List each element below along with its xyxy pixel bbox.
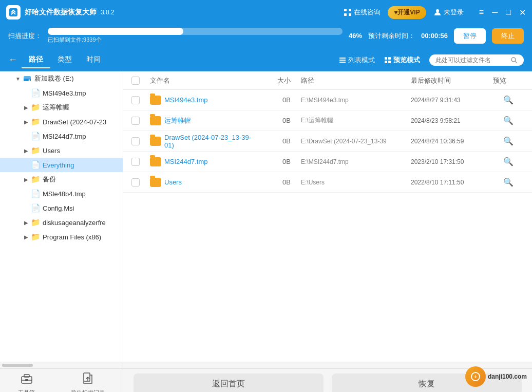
row-path: E:\运筹帷幄: [301, 116, 411, 125]
close-btn[interactable]: ✕: [519, 8, 526, 17]
tab-type[interactable]: 类型: [50, 52, 79, 68]
row-check: [131, 158, 150, 166]
row-checkbox[interactable]: [131, 117, 140, 125]
sidebar-scrollbar-thumb[interactable]: [2, 364, 33, 367]
spacer: [23, 190, 30, 197]
menu-btn[interactable]: ≡: [479, 8, 484, 17]
vip-btn[interactable]: ♥开通VIP: [388, 6, 426, 19]
header-path: 路径: [301, 76, 411, 85]
scan-remain-value: 00:00:56: [421, 32, 448, 40]
sidebar-item-drawset[interactable]: ▶ 📁 DrawSet (2024-07-23: [0, 115, 123, 129]
row-path: E:\DrawSet (2024-07-23_13-39: [301, 138, 411, 145]
file-list-area: 文件名 大小 路径 最后修改时间 预览 MSI494e3.tmp 0B E:\M…: [123, 71, 532, 362]
sidebar-item-everything[interactable]: 📄 Everything: [0, 158, 123, 172]
sidebar-item-config-msi[interactable]: 📄 Config.Msi: [0, 201, 123, 215]
tab-path[interactable]: 路径: [22, 52, 50, 68]
row-preview: 🔍: [493, 177, 524, 187]
back-arrow[interactable]: ←: [8, 54, 17, 65]
sidebar-item-yunying[interactable]: ▶ 📁 运筹帷幄: [0, 100, 123, 115]
svg-rect-1: [344, 9, 347, 11]
select-all-checkbox[interactable]: [131, 77, 140, 85]
svg-rect-2: [349, 9, 351, 11]
folder-icon: [150, 157, 161, 166]
minimize-btn[interactable]: ─: [492, 8, 498, 17]
zoom-icon[interactable]: 🔍: [503, 157, 514, 166]
toolbox-icon: [20, 371, 33, 388]
row-checkbox[interactable]: [131, 178, 140, 186]
table-row[interactable]: Users 0B E:\Users 2022/8/10 17:11:50 🔍: [123, 172, 532, 193]
spacer: [23, 89, 30, 97]
tab-time[interactable]: 时间: [79, 52, 108, 68]
search-input[interactable]: [435, 57, 507, 64]
sidebar-msi494e3-label: MSI494e3.tmp: [43, 89, 119, 97]
row-checkbox[interactable]: [131, 137, 140, 145]
table-row[interactable]: MSI494e3.tmp 0B E:\MSI494e3.tmp 2024/8/2…: [123, 90, 532, 110]
row-checkbox[interactable]: [131, 96, 140, 104]
chevron-icon: ▶: [23, 219, 30, 226]
app-logo: [6, 5, 21, 20]
table-row[interactable]: MSI244d7.tmp 0B E:\MSI244d7.tmp 2023/2/1…: [123, 152, 532, 172]
folder-icon: [150, 137, 161, 146]
header-check: [131, 77, 150, 85]
maximize-btn[interactable]: □: [506, 8, 511, 17]
sidebar-item-drive-e[interactable]: ▼ 新加载卷 (E:): [0, 71, 123, 86]
user-label: 未登录: [444, 8, 464, 17]
sidebar-item-msi494e3[interactable]: 📄 MSI494e3.tmp: [0, 86, 123, 100]
row-check: [131, 117, 150, 125]
scan-label: 扫描进度：: [8, 31, 42, 41]
progress-track: [48, 28, 343, 35]
preview-view-btn[interactable]: 预览模式: [384, 55, 420, 65]
export-btn[interactable]: 导出扫描记录: [71, 371, 105, 392]
row-preview: 🔍: [493, 136, 524, 146]
list-view-btn[interactable]: 列表模式: [339, 55, 375, 65]
sidebar-item-msle48b4[interactable]: 📄 MSle48b4.tmp: [0, 186, 123, 201]
svg-rect-9: [385, 57, 387, 60]
export-icon: [81, 371, 94, 388]
row-name: MSI244d7.tmp: [150, 157, 260, 166]
row-date: 2024/8/27 9:31:43: [411, 97, 493, 104]
row-size: 0B: [260, 158, 301, 165]
sidebar-item-users[interactable]: ▶ 📁 Users: [0, 143, 123, 158]
file-icon: 📄: [31, 132, 40, 141]
sidebar-config-msi-label: Config.Msi: [43, 204, 119, 212]
svg-point-13: [511, 58, 516, 62]
folder-icon: [150, 116, 161, 125]
toolbox-label: 工具箱: [18, 389, 35, 392]
scan-remain-label: 预计剩余时间：: [368, 31, 415, 41]
sidebar-item-msi244d7[interactable]: 📄 MSI244d7.tmp: [0, 129, 123, 143]
sidebar-item-program-files[interactable]: ▶ 📁 Program Files (x86): [0, 230, 123, 244]
file-icon: 📄: [31, 203, 40, 213]
row-path: E:\MSI494e3.tmp: [301, 97, 411, 104]
stop-btn[interactable]: 终止: [492, 28, 524, 44]
watermark-logo: +: [465, 366, 486, 387]
svg-rect-6: [339, 58, 346, 59]
svg-rect-19: [24, 375, 29, 377]
row-path: E:\Users: [301, 179, 411, 186]
chevron-icon: ▼: [14, 75, 22, 82]
zoom-icon[interactable]: 🔍: [503, 116, 514, 125]
sidebar-item-diskusage[interactable]: ▶ 📁 diskusageanalyzerfre: [0, 215, 123, 230]
svg-text:+: +: [474, 374, 477, 380]
scan-scanned: 已扫描到文件:9339个: [48, 36, 343, 44]
row-preview: 🔍: [493, 157, 524, 166]
spacer: [23, 204, 30, 212]
folder-icon: 📁: [31, 175, 40, 184]
user-btn[interactable]: 未登录: [433, 8, 464, 17]
pause-btn[interactable]: 暂停: [454, 28, 486, 44]
zoom-icon[interactable]: 🔍: [503, 95, 514, 105]
sidebar-item-backup[interactable]: ▶ 📁 备份: [0, 172, 123, 186]
chevron-icon: ▶: [23, 104, 30, 111]
table-row[interactable]: 运筹帷幄 0B E:\运筹帷幄 2024/8/23 9:58:21 🔍: [123, 110, 532, 131]
home-btn[interactable]: 返回首页: [134, 374, 324, 393]
chevron-icon: ▶: [23, 233, 30, 240]
folder-icon: 📁: [31, 103, 40, 112]
zoom-icon[interactable]: 🔍: [503, 136, 514, 146]
toolbox-btn[interactable]: 工具箱: [18, 371, 35, 392]
table-row[interactable]: DrawSet (2024-07-23_13-39-01) 0B E:\Draw…: [123, 131, 532, 152]
svg-point-17: [29, 80, 30, 81]
row-checkbox[interactable]: [131, 158, 140, 166]
online-consult-btn[interactable]: 在线咨询: [344, 8, 381, 17]
zoom-icon[interactable]: 🔍: [503, 177, 514, 187]
sidebar-msi244d7-label: MSI244d7.tmp: [43, 133, 119, 140]
file-icon: 📄: [31, 88, 40, 98]
